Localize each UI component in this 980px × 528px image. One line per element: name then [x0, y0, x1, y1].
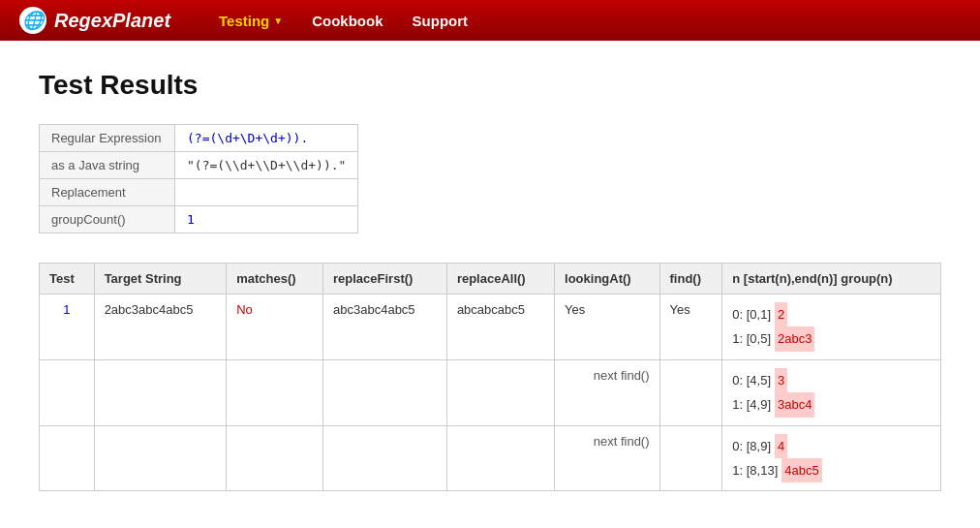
column-header: replaceFirst() — [323, 264, 447, 295]
column-header: n [start(n),end(n)] group(n) — [722, 264, 941, 295]
cell-replace-all: abcabcabc5 — [446, 295, 554, 360]
cell-groups: 0: [8,9] 41: [8,13] 4abc5 — [722, 425, 941, 491]
group-value: 2abc3 — [775, 326, 814, 351]
nav-testing-label: Testing — [219, 13, 269, 29]
page-title: Test Results — [39, 70, 941, 101]
logo-text: RegexPlanet — [54, 10, 170, 32]
nav-item-cookbook[interactable]: Cookbook — [312, 13, 383, 29]
cell-test — [40, 359, 95, 425]
cell-groups: 0: [4,5] 31: [4,9] 3abc4 — [722, 359, 941, 425]
cell-find — [659, 359, 722, 425]
group-line: 0: [0,1] 2 — [732, 302, 931, 326]
nav-support-label: Support — [413, 13, 469, 29]
cell-replace-first — [323, 359, 447, 425]
column-header: replaceAll() — [446, 264, 554, 295]
info-label: Replacement — [40, 179, 175, 206]
cell-matches — [227, 425, 323, 491]
logo-globe-icon: 🌐 — [19, 7, 46, 34]
group-line: 0: [8,9] 4 — [732, 434, 931, 458]
cell-replace-first — [323, 425, 447, 491]
column-header: Target String — [94, 264, 227, 295]
group-line: 1: [4,9] 3abc4 — [732, 392, 931, 417]
table-row: next find()0: [8,9] 41: [8,13] 4abc5 — [40, 425, 941, 491]
nav-item-support[interactable]: Support — [413, 13, 469, 29]
cell-replace-all — [446, 425, 554, 491]
cell-looking-at: next find() — [555, 359, 659, 425]
cell-find: Yes — [659, 295, 722, 360]
results-table: TestTarget Stringmatches()replaceFirst()… — [39, 263, 941, 491]
cell-looking-at: Yes — [555, 295, 659, 360]
cell-target: 2abc3abc4abc5 — [94, 295, 227, 360]
group-value: 4 — [775, 434, 787, 458]
main-content: Test Results Regular Expression(?=(\d+\D… — [0, 41, 980, 520]
info-value: (?=(\d+\D+\d+)). — [175, 125, 358, 152]
group-value: 3abc4 — [775, 392, 814, 417]
info-table: Regular Expression(?=(\d+\D+\d+)).as a J… — [39, 124, 358, 233]
column-header: find() — [659, 264, 722, 295]
navigation: Testing ▼ Cookbook Support — [219, 13, 468, 29]
cell-replace-all — [446, 359, 554, 425]
column-header: matches() — [227, 264, 323, 295]
cell-replace-first: abc3abc4abc5 — [323, 295, 447, 360]
cell-find — [659, 425, 722, 491]
cell-target — [94, 425, 227, 491]
cell-looking-at: next find() — [555, 425, 659, 491]
cell-target — [94, 359, 227, 425]
column-header: Test — [40, 264, 95, 295]
header: 🌐 RegexPlanet Testing ▼ Cookbook Support — [0, 0, 980, 41]
cell-matches — [227, 359, 323, 425]
info-value: 1 — [175, 206, 358, 233]
group-value: 3 — [775, 368, 787, 392]
cell-test: 1 — [40, 295, 95, 360]
nav-cookbook-label: Cookbook — [312, 13, 383, 29]
table-row: next find()0: [4,5] 31: [4,9] 3abc4 — [40, 359, 941, 425]
group-line: 1: [8,13] 4abc5 — [732, 458, 931, 482]
group-value: 4abc5 — [781, 458, 821, 482]
cell-test — [40, 425, 95, 491]
nav-item-testing[interactable]: Testing ▼ — [219, 13, 283, 29]
column-header: lookingAt() — [555, 264, 659, 295]
logo[interactable]: 🌐 RegexPlanet — [19, 7, 170, 34]
info-label: groupCount() — [40, 206, 175, 233]
chevron-down-icon: ▼ — [273, 16, 283, 26]
cell-groups: 0: [0,1] 21: [0,5] 2abc3 — [722, 295, 941, 360]
table-row: 12abc3abc4abc5Noabc3abc4abc5abcabcabc5Ye… — [40, 295, 941, 360]
group-line: 1: [0,5] 2abc3 — [732, 326, 931, 351]
group-value: 2 — [775, 302, 787, 326]
cell-matches: No — [227, 295, 323, 360]
info-value: "(?=(\\d+\\D+\\d+))." — [175, 152, 358, 179]
info-label: as a Java string — [40, 152, 175, 179]
group-line: 0: [4,5] 3 — [732, 368, 931, 392]
info-label: Regular Expression — [40, 125, 175, 152]
info-value — [175, 179, 358, 206]
